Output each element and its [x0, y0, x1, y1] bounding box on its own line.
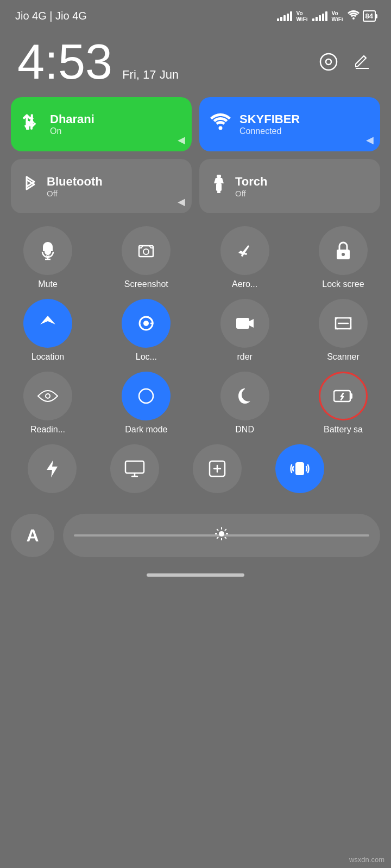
- screenshot-tile[interactable]: Screenshot: [109, 226, 183, 289]
- bluetooth-icon: [23, 175, 38, 198]
- svg-point-19: [139, 389, 153, 403]
- aeroplane-tile[interactable]: Aero...: [208, 226, 282, 289]
- quick-tiles: ⇅ Dharani On ◀ SKYFIBER Connected: [0, 92, 391, 503]
- scanner-tile[interactable]: Scanner: [306, 299, 380, 362]
- svg-point-5: [219, 126, 223, 130]
- svg-point-25: [219, 531, 224, 537]
- bluetooth-title: Bluetooth: [47, 175, 103, 189]
- dark-mode-label: Dark mode: [125, 425, 167, 435]
- reading-mode-tile[interactable]: Readin...: [11, 372, 85, 435]
- small-tiles-row-1: Mute Screenshot Aero...: [11, 226, 380, 289]
- link-tile[interactable]: [181, 444, 253, 493]
- settings-icon[interactable]: [317, 50, 340, 73]
- rotation-label: Loc...: [136, 352, 157, 362]
- clock-display: 4:53 Fri, 17 Jun: [17, 37, 179, 86]
- torch-icon: [211, 175, 226, 198]
- svg-point-12: [342, 253, 345, 256]
- svg-rect-22: [125, 461, 144, 473]
- svg-line-31: [225, 537, 226, 539]
- flash-tile[interactable]: [16, 444, 88, 493]
- rotation-lock-tile[interactable]: Loc...: [109, 299, 183, 362]
- screenshot-label: Screenshot: [124, 279, 168, 289]
- location-label: Location: [31, 352, 65, 362]
- battery-saver-tile[interactable]: Battery sa: [306, 372, 380, 435]
- svg-line-33: [217, 537, 218, 539]
- mobile-data-text: Dharani On: [50, 112, 94, 136]
- medium-tiles-row: Bluetooth Off ◀ Torch Off: [11, 159, 380, 213]
- brightness-track: [74, 534, 369, 537]
- svg-point-10: [143, 249, 149, 254]
- plane-icon: [220, 226, 269, 275]
- signal-bars-1: [277, 11, 292, 21]
- rotation-icon: [122, 299, 171, 348]
- mobile-data-tile[interactable]: ⇅ Dharani On ◀: [11, 97, 192, 151]
- svg-text:⇅: ⇅: [22, 112, 36, 131]
- moon-icon: [220, 372, 269, 420]
- svg-rect-21: [350, 393, 352, 399]
- svg-point-14: [143, 321, 149, 326]
- flash-icon: [28, 444, 77, 493]
- svg-rect-24: [295, 462, 304, 475]
- location-tile[interactable]: Location: [11, 299, 85, 362]
- screen-recorder-tile[interactable]: rder: [208, 299, 282, 362]
- font-size-button[interactable]: A: [11, 514, 54, 557]
- bottom-controls: A: [0, 503, 391, 557]
- mute-tile[interactable]: Mute: [11, 226, 85, 289]
- vibrate-icon: [275, 444, 324, 493]
- brightness-icon: [215, 527, 229, 544]
- small-tiles-row-3: Readin... Dark mode DND: [11, 372, 380, 435]
- torch-tile[interactable]: Torch Off: [199, 159, 380, 213]
- clock-time: 4:53: [17, 37, 112, 86]
- wifi-text: SKYFIBER Connected: [239, 112, 300, 136]
- font-label: A: [26, 526, 39, 546]
- reading-label: Readin...: [30, 425, 65, 435]
- clock-actions: [317, 50, 374, 73]
- mobile-data-subtitle: On: [50, 126, 94, 136]
- large-tiles-row: ⇅ Dharani On ◀ SKYFIBER Connected: [11, 97, 380, 151]
- status-icons: VoWiFi VoWiFi 84: [277, 10, 376, 22]
- battery-indicator: 84: [363, 10, 376, 22]
- bluetooth-tile[interactable]: Bluetooth Off ◀: [11, 159, 192, 213]
- watermark: wsxdn.com: [349, 856, 384, 864]
- wifi-tile[interactable]: SKYFIBER Connected ◀: [199, 97, 380, 151]
- svg-point-18: [46, 394, 49, 398]
- lockscreen-label: Lock scree: [322, 279, 364, 289]
- signal-bars-2: [312, 11, 327, 21]
- wifi-tile-icon: [210, 113, 231, 136]
- svg-rect-8: [217, 191, 220, 193]
- data-icon: ⇅: [22, 111, 41, 137]
- home-indicator[interactable]: [0, 557, 391, 585]
- bluetooth-arrow: ◀: [178, 196, 185, 208]
- svg-point-0: [352, 17, 355, 20]
- carrier-text: Jio 4G | Jio 4G: [15, 10, 87, 22]
- svg-rect-6: [217, 175, 221, 178]
- small-tiles-row-4: [11, 444, 380, 493]
- mute-icon: [23, 226, 72, 275]
- dnd-label: DND: [235, 425, 254, 435]
- edit-icon[interactable]: [351, 50, 374, 73]
- svg-rect-15: [236, 318, 249, 329]
- home-bar: [147, 573, 244, 577]
- vo-wifi-label-1: VoWiFi: [297, 10, 308, 22]
- brightness-slider[interactable]: [63, 514, 380, 557]
- battery-saver-label: Battery sa: [324, 425, 363, 435]
- scanner-label: Scanner: [327, 352, 360, 362]
- svg-line-30: [217, 529, 218, 531]
- status-bar: Jio 4G | Jio 4G VoWiFi VoWiFi: [0, 0, 391, 27]
- wifi-title: SKYFIBER: [239, 112, 300, 126]
- aeroplane-label: Aero...: [232, 279, 257, 289]
- svg-rect-7: [216, 183, 222, 191]
- mute-label: Mute: [38, 279, 58, 289]
- location-icon: [23, 299, 72, 348]
- dnd-tile[interactable]: DND: [208, 372, 282, 435]
- torch-text: Torch Off: [235, 175, 267, 198]
- cast-icon: [110, 444, 159, 493]
- small-tiles-row-2: Location Loc... rder: [11, 299, 380, 362]
- vibrate-tile[interactable]: [264, 444, 336, 493]
- dark-mode-tile[interactable]: Dark mode: [109, 372, 183, 435]
- link-icon: [193, 444, 242, 493]
- cast-tile[interactable]: [99, 444, 171, 493]
- mobile-data-title: Dharani: [50, 112, 94, 126]
- bluetooth-subtitle: Off: [47, 189, 103, 198]
- lockscreen-tile[interactable]: Lock scree: [306, 226, 380, 289]
